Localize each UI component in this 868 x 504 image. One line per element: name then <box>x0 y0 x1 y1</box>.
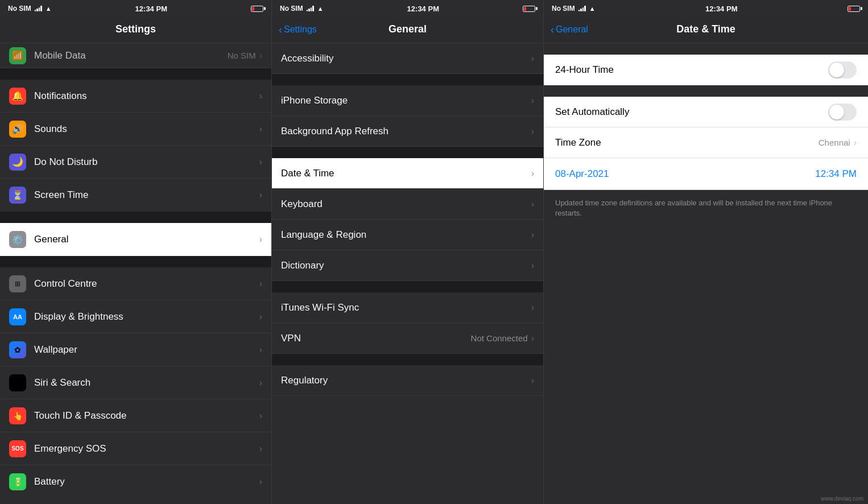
row-notifications[interactable]: 🔔 Notifications › <box>0 80 271 113</box>
row-battery[interactable]: 🔋 Battery › <box>0 465 271 498</box>
do-not-disturb-icon: 🌙 <box>9 154 26 171</box>
row-emergency-sos[interactable]: SOS Emergency SOS › <box>0 432 271 465</box>
screen-time-icon: ⏳ <box>9 187 26 204</box>
row-vpn[interactable]: VPN Not Connected › <box>272 323 543 354</box>
section-gap-3 <box>0 256 271 267</box>
status-carrier-right: No SIM ▲ <box>552 5 596 13</box>
mobile-data-row[interactable]: 📶 Mobile Data No SIM › <box>0 43 271 68</box>
row-itunes-wifi[interactable]: iTunes Wi-Fi Sync › <box>272 292 543 323</box>
toggle-knob-set-auto <box>829 105 844 119</box>
status-carrier-mid: No SIM ▲ <box>280 5 324 13</box>
wifi-icon-left: ▲ <box>46 5 52 12</box>
toggle-24hour[interactable] <box>828 61 857 79</box>
row-time-zone[interactable]: Time Zone Chennai › <box>544 127 868 158</box>
nav-bar-mid: ‹ Settings General <box>272 16 543 43</box>
emergency-sos-icon: SOS <box>9 440 26 457</box>
control-centre-icon: ⊞ <box>9 275 26 292</box>
siri-icon: ◉ <box>9 374 26 391</box>
mid-gap-3 <box>272 281 543 292</box>
toggle-set-auto[interactable] <box>828 104 857 121</box>
row-date-time[interactable]: Date & Time › <box>272 158 543 189</box>
status-bar-right: No SIM ▲ 12:34 PM <box>544 0 868 16</box>
battery-icon-right <box>848 6 860 12</box>
right-gap-top <box>544 43 868 55</box>
section-storage: iPhone Storage › Background App Refresh … <box>272 85 543 147</box>
left-panel: No SIM ▲ 12:34 PM Settings 📶 Mobile Data… <box>0 0 272 504</box>
section-notifications: 🔔 Notifications › 🔊 Sounds › 🌙 Do Not Di… <box>0 80 271 212</box>
info-text-timezone: Updated time zone definitions are availa… <box>544 190 868 226</box>
battery-icon-mid <box>523 6 535 12</box>
section-regulatory: Regulatory › <box>272 365 543 396</box>
section-display: ⊞ Control Centre › AA Display & Brightne… <box>0 267 271 498</box>
nav-bar-left: Settings <box>0 16 271 43</box>
status-bar-mid: No SIM ▲ 12:34 PM <box>272 0 543 16</box>
mobile-data-icon: 📶 <box>9 47 26 64</box>
battery-row-icon: 🔋 <box>9 473 26 490</box>
section-accessibility: Accessibility › <box>272 43 543 74</box>
toggle-knob-24hour <box>829 63 844 77</box>
right-gap-2 <box>544 85 868 97</box>
section-date-time: Date & Time › <box>272 158 543 189</box>
row-regulatory[interactable]: Regulatory › <box>272 365 543 396</box>
date-value[interactable]: 08-Apr-2021 <box>555 168 609 180</box>
section-general: ⚙️ General › <box>0 223 271 256</box>
mid-gap-4 <box>272 354 543 365</box>
row-language-region[interactable]: Language & Region › <box>272 220 543 250</box>
row-date-time-picker[interactable]: 08-Apr-2021 12:34 PM <box>544 158 868 190</box>
section-gap-1 <box>0 68 271 80</box>
status-time-left: 12:34 PM <box>135 5 167 13</box>
back-button-mid[interactable]: ‹ Settings <box>279 24 317 35</box>
time-value[interactable]: 12:34 PM <box>815 168 857 180</box>
row-accessibility[interactable]: Accessibility › <box>272 43 543 74</box>
section-keyboard: Keyboard › Language & Region › Dictionar… <box>272 189 543 281</box>
row-bg-app-refresh[interactable]: Background App Refresh › <box>272 116 543 147</box>
battery-icon-left <box>251 6 263 12</box>
row-siri[interactable]: ◉ Siri & Search › <box>0 366 271 399</box>
row-24hour: 24-Hour Time <box>544 55 868 85</box>
general-icon: ⚙️ <box>9 231 26 248</box>
display-icon: AA <box>9 308 26 325</box>
status-time-mid: 12:34 PM <box>407 5 439 13</box>
row-screen-time[interactable]: ⏳ Screen Time › <box>0 179 271 212</box>
row-general[interactable]: ⚙️ General › <box>0 223 271 256</box>
section-gap-2 <box>0 212 271 223</box>
row-control-centre[interactable]: ⊞ Control Centre › <box>0 267 271 300</box>
signal-icon-right <box>578 6 586 11</box>
status-time-right: 12:34 PM <box>705 5 737 13</box>
mid-gap-1 <box>272 74 543 85</box>
status-carrier-left: No SIM ▲ <box>8 5 52 13</box>
wallpaper-icon: ✿ <box>9 341 26 358</box>
touch-id-icon: 👆 <box>9 407 26 424</box>
signal-icon-mid <box>307 6 314 11</box>
notifications-icon: 🔔 <box>9 88 26 105</box>
nav-title-left: Settings <box>115 23 156 35</box>
row-set-automatically: Set Automatically <box>544 97 868 127</box>
row-do-not-disturb[interactable]: 🌙 Do Not Disturb › <box>0 146 271 179</box>
row-touch-id[interactable]: 👆 Touch ID & Passcode › <box>0 399 271 432</box>
watermark: www.deviaq.com <box>821 495 863 502</box>
status-battery-mid <box>523 6 535 12</box>
nav-bar-right: ‹ General Date & Time <box>544 16 868 43</box>
status-battery-left <box>251 6 263 12</box>
right-panel: No SIM ▲ 12:34 PM ‹ General Date & Time … <box>544 0 868 504</box>
signal-icon-left <box>35 6 42 11</box>
back-chevron-right: ‹ <box>551 24 554 35</box>
row-dictionary[interactable]: Dictionary › <box>272 250 543 281</box>
row-wallpaper[interactable]: ✿ Wallpaper › <box>0 333 271 366</box>
nav-title-mid: General <box>388 23 427 35</box>
wifi-icon-right: ▲ <box>589 5 596 12</box>
status-bar-left: No SIM ▲ 12:34 PM <box>0 0 271 16</box>
settings-list-left: 📶 Mobile Data No SIM › 🔔 Notifications ›… <box>0 43 271 504</box>
row-iphone-storage[interactable]: iPhone Storage › <box>272 85 543 116</box>
back-button-right[interactable]: ‹ General <box>551 24 588 35</box>
back-chevron-mid: ‹ <box>279 24 282 35</box>
mid-panel: No SIM ▲ 12:34 PM ‹ Settings General Acc… <box>272 0 544 504</box>
row-keyboard[interactable]: Keyboard › <box>272 189 543 220</box>
nav-title-right: Date & Time <box>676 23 735 35</box>
settings-list-mid: Accessibility › iPhone Storage › Backgro… <box>272 43 543 504</box>
row-sounds[interactable]: 🔊 Sounds › <box>0 113 271 146</box>
mid-gap-2 <box>272 147 543 158</box>
row-display-brightness[interactable]: AA Display & Brightness › <box>0 300 271 333</box>
section-itunes: iTunes Wi-Fi Sync › VPN Not Connected › <box>272 292 543 354</box>
wifi-icon-mid: ▲ <box>317 5 324 12</box>
